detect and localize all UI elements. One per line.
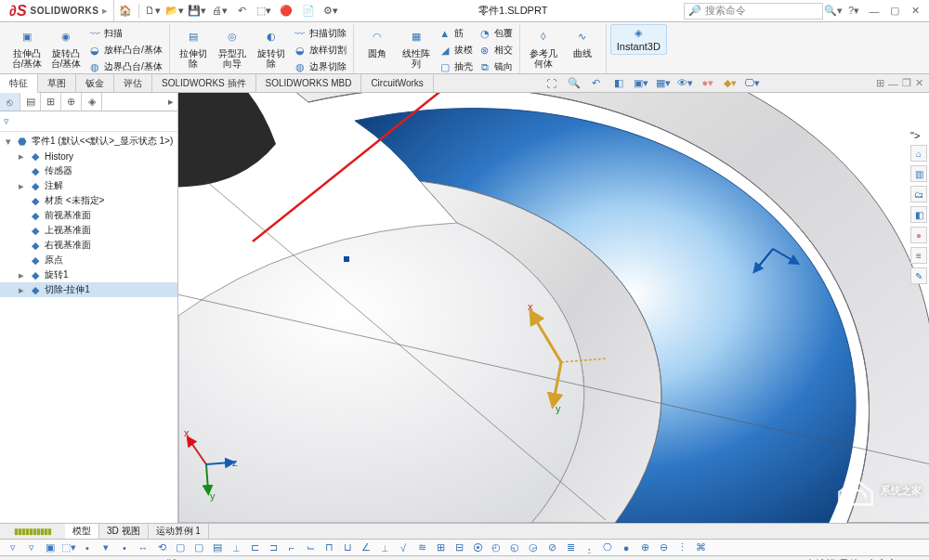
bottom-tool-31[interactable]: ⍚ [582, 541, 596, 554]
command-tab-6[interactable]: CircuitWorks [361, 74, 433, 92]
tree-node-3[interactable]: ◆材质 <未指定> [0, 193, 177, 208]
minimize-button[interactable]: — [864, 3, 884, 20]
bottom-tool-9[interactable]: ▢ [173, 541, 188, 554]
pane-close-icon[interactable]: ✕ [915, 77, 923, 89]
bottom-tool-26[interactable]: ◴ [489, 541, 504, 554]
zoom-fit-button[interactable]: ⛶ [543, 76, 560, 91]
bottom-tool-18[interactable]: ⊔ [340, 541, 355, 554]
boundary-boss-button[interactable]: ◍边界凸台/基体 [85, 59, 165, 74]
bottom-tool-22[interactable]: ≋ [414, 541, 429, 554]
bottom-tool-4[interactable]: • [80, 541, 95, 554]
dimxpert-tab[interactable]: ⊕ [61, 93, 82, 111]
extrude-boss-button[interactable]: ▣拉伸凸 台/基体 [7, 24, 46, 69]
undo-button[interactable]: ↶ [230, 2, 253, 20]
tree-node-4[interactable]: ◆前视基准面 [0, 208, 177, 223]
bottom-tool-35[interactable]: ⊖ [656, 541, 671, 554]
tree-node-8[interactable]: ▸◆旋转1 [0, 267, 177, 282]
tree-twisty-icon[interactable]: ▾ [4, 136, 13, 148]
property-manager-tab[interactable]: ▤ [20, 93, 41, 111]
taskpane-custom-props-icon[interactable]: ≡ [910, 247, 927, 264]
command-tab-2[interactable]: 钣金 [76, 74, 114, 92]
taskpane-home-icon[interactable]: ⌂ [910, 145, 927, 162]
bottom-tool-20[interactable]: ⟂ [377, 541, 392, 554]
bottom-tool-28[interactable]: ◶ [526, 541, 541, 554]
hole-wizard-button[interactable]: ◎异型孔 向导 [213, 24, 252, 69]
display-manager-tab[interactable]: ◈ [82, 93, 102, 111]
bottom-tool-37[interactable]: ⌘ [693, 541, 708, 554]
bottom-tool-17[interactable]: ⊓ [321, 541, 336, 554]
tree-node-7[interactable]: ◆原点 [0, 253, 177, 267]
command-tab-0[interactable]: 特征 [0, 74, 38, 93]
intersect-button[interactable]: ⊗相交 [476, 43, 516, 58]
command-tab-3[interactable]: 评估 [114, 74, 152, 92]
bottom-tool-23[interactable]: ⊞ [433, 541, 448, 554]
shell-button[interactable]: ▢抽壳 [436, 59, 476, 74]
bottom-tool-19[interactable]: ∠ [359, 541, 373, 554]
taskpane-forum-icon[interactable]: ✎ [910, 267, 927, 284]
save-button[interactable]: 💾▾ [186, 2, 208, 20]
view-settings-button[interactable]: 🖵▾ [744, 76, 761, 91]
tree-node-9[interactable]: ▸◆切除-拉伸1 [0, 282, 177, 297]
tree-node-6[interactable]: ◆右视基准面 [0, 238, 177, 253]
pane-pin-icon[interactable]: ⊞ [876, 77, 884, 89]
extrude-cut-button[interactable]: ▤拉伸切 除 [174, 24, 213, 69]
command-tab-1[interactable]: 草图 [38, 74, 76, 92]
left-panel-overflow[interactable]: ▸ [102, 93, 177, 111]
sweep-cut-button[interactable]: 〰扫描切除 [291, 26, 349, 41]
bottom-tool-32[interactable]: ⎔ [600, 541, 615, 554]
tree-twisty-icon[interactable]: ▸ [17, 284, 26, 296]
loft-boss-button[interactable]: ◒放样凸台/基体 [85, 43, 165, 58]
new-button[interactable]: 🗋▾ [141, 2, 164, 20]
options-button[interactable]: 📄 [297, 2, 320, 20]
view-orientation-button[interactable]: ▣▾ [633, 76, 649, 91]
tree-node-5[interactable]: ◆上视基准面 [0, 223, 177, 238]
bottom-tool-34[interactable]: ⊕ [637, 541, 652, 554]
tree-root[interactable]: ▾ ⬣ 零件1 (默认<<默认>_显示状态 1>) [0, 134, 177, 149]
pane-min-icon[interactable]: — [888, 78, 898, 89]
bottom-tab-0[interactable]: 模型 [65, 524, 99, 539]
command-tab-4[interactable]: SOLIDWORKS 插件 [152, 74, 256, 92]
status-help-icon[interactable]: ？ [913, 557, 923, 561]
logo-dropdown-icon[interactable]: ▸ [102, 5, 108, 17]
bottom-tool-27[interactable]: ◵ [507, 541, 522, 554]
search-dropdown[interactable]: 🔍▾ [823, 3, 844, 20]
bottom-tool-36[interactable]: ⋮ [674, 541, 689, 554]
rebuild-button[interactable]: 🔴 [275, 2, 297, 20]
bottom-tool-15[interactable]: ⌐ [284, 541, 299, 554]
tree-node-2[interactable]: ▸◆注解 [0, 178, 177, 193]
print-button[interactable]: 🖨▾ [208, 2, 230, 20]
home-button[interactable]: 🏠 [114, 2, 137, 20]
settings-button[interactable]: ⚙▾ [320, 2, 342, 20]
status-custom-menu[interactable]: 自定义 ▾ [867, 557, 906, 561]
display-style-button[interactable]: ▦▾ [655, 76, 672, 91]
fillet-button[interactable]: ◠圆角 [358, 24, 397, 59]
revolve-cut-button[interactable]: ◐旋转切 除 [252, 24, 291, 69]
bottom-tool-3[interactable]: ⬚▾ [61, 541, 76, 554]
bottom-tool-21[interactable]: √ [396, 541, 411, 554]
tree-twisty-icon[interactable]: ▸ [17, 150, 26, 163]
boundary-cut-button[interactable]: ◍边界切除 [291, 59, 349, 74]
select-button[interactable]: ⬚▾ [253, 2, 275, 20]
open-button[interactable]: 📂▾ [164, 2, 186, 20]
bottom-tool-16[interactable]: ⌙ [303, 541, 318, 554]
bottom-tool-1[interactable]: ▿ [24, 541, 39, 554]
wrap-button[interactable]: ◔包覆 [476, 26, 516, 41]
section-view-button[interactable]: ◧ [610, 76, 627, 91]
bottom-tool-8[interactable]: ⟲ [154, 541, 169, 554]
tree-node-0[interactable]: ▸◆History [0, 149, 177, 163]
hide-show-button[interactable]: 👁▾ [677, 76, 694, 91]
instant3d-button[interactable]: ◈ Instant3D [610, 24, 667, 55]
pane-restore-icon[interactable]: ❐ [902, 77, 911, 89]
bottom-tool-33[interactable]: ● [619, 541, 634, 554]
tab-handle[interactable]: ▮▮▮▮▮▮▮▮▮▮ [0, 524, 65, 539]
mirror-button[interactable]: ⧉镜向 [476, 59, 516, 74]
bottom-tool-14[interactable]: ⊐ [266, 541, 281, 554]
zoom-area-button[interactable]: 🔍 [566, 76, 582, 91]
close-button[interactable]: ✕ [905, 3, 925, 20]
bottom-tool-10[interactable]: ▢ [191, 541, 206, 554]
taskpane-design-library-icon[interactable]: ▥ [910, 165, 927, 182]
tree-twisty-icon[interactable]: ▸ [17, 269, 26, 281]
prev-view-button[interactable]: ↶ [588, 76, 605, 91]
taskpane-appearances-icon[interactable]: ● [910, 227, 927, 243]
revolve-boss-button[interactable]: ◉旋转凸 台/基体 [46, 24, 85, 69]
